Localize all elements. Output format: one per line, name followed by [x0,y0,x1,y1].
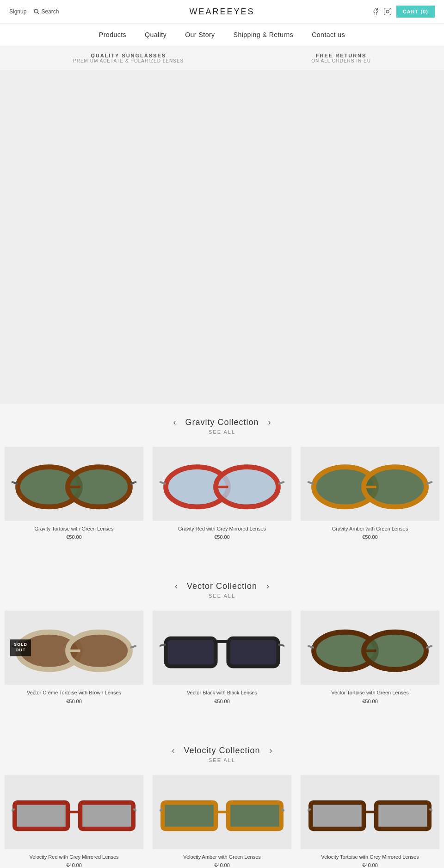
gravity-product-2-price: €50.00 [153,534,291,540]
gravity-product-1: Gravity Tortoise with Green Lenses €50.0… [0,442,148,549]
vector-product-2: Vector Black with Black Lenses €50.00 [148,606,296,713]
top-bar-right: CART (0) [371,6,435,18]
gravity-prev-arrow[interactable]: ‹ [171,418,178,427]
gravity-product-grid: Gravity Tortoise with Green Lenses €50.0… [0,442,444,549]
velocity-prev-arrow[interactable]: ‹ [170,746,176,756]
velocity-product-2-price: €40.00 [153,862,291,868]
velocity-product-3-name: Velocity Tortoise with Grey Mirrored Len… [301,854,439,861]
svg-point-0 [34,9,38,13]
vector-product-grid: SOLDOUT Vector Crème Tortoise with Brown… [0,606,444,713]
hero-image [0,70,444,404]
velocity-collection: ‹ Velocity Collection › SEE ALL [0,732,444,868]
velocity-product-1-price: €40.00 [5,862,143,868]
nav-shipping[interactable]: Shipping & Returns [234,31,294,38]
velocity-product-1-name: Velocity Red with Grey Mirrored Lenses [5,854,143,861]
vector-header: ‹ Vector Collection › [0,581,444,591]
gravity-product-3: Gravity Amber with Green Lenses €50.00 [296,442,444,549]
info-returns: FREE RETURNS ON ALL ORDERS IN EU [311,53,371,63]
velocity-product-1: Velocity Red with Grey Mirrored Lenses €… [0,770,148,868]
svg-line-38 [160,645,166,646]
gravity-product-3-price: €50.00 [301,534,439,540]
svg-rect-49 [80,803,134,829]
quality-sub: PREMIUM ACETATE & POLARIZED LENSES [73,58,184,63]
velocity-product-2-image[interactable] [153,775,291,849]
vector-product-2-image[interactable] [153,611,291,685]
instagram-icon[interactable] [383,7,392,16]
svg-line-39 [278,645,285,646]
svg-rect-47 [15,803,68,829]
gravity-product-3-image[interactable] [301,447,439,521]
vector-product-2-price: €50.00 [153,699,291,704]
velocity-amber-glasses [160,775,284,849]
velocity-header: ‹ Velocity Collection › [0,746,444,756]
vector-product-3: Vector Tortoise with Green Lenses €50.00 [296,606,444,713]
velocity-next-arrow[interactable]: › [268,746,274,756]
velocity-product-3: Velocity Tortoise with Grey Mirrored Len… [296,770,444,868]
vector-product-2-name: Vector Black with Black Lenses [153,689,291,696]
gravity-product-2: Gravity Red with Grey Mirrored Lenses €5… [148,442,296,549]
svg-point-4 [389,9,390,10]
vector-prev-arrow[interactable]: ‹ [173,581,179,591]
svg-line-1 [37,12,39,14]
velocity-product-3-price: €40.00 [301,862,439,868]
svg-rect-35 [228,638,278,667]
social-icons [371,7,392,16]
velocity-see-all[interactable]: SEE ALL [0,757,444,763]
gravity-tortoise-glasses [12,447,136,521]
velocity-product-3-image[interactable] [301,775,439,849]
gravity-next-arrow[interactable]: › [266,418,273,427]
svg-rect-56 [228,803,282,829]
gravity-product-1-image[interactable] [5,447,143,521]
velocity-red-glasses [12,775,136,849]
velocity-product-grid: Velocity Red with Grey Mirrored Lenses €… [0,770,444,868]
vector-product-1-image[interactable]: SOLDOUT [5,611,143,685]
main-nav: Products Quality Our Story Shipping & Re… [0,24,444,46]
vector-product-3-name: Vector Tortoise with Green Lenses [301,689,439,696]
returns-sub: ON ALL ORDERS IN EU [311,58,371,63]
nav-our-story[interactable]: Our Story [185,31,215,38]
svg-rect-63 [376,803,430,829]
top-bar-left: Signup Search [9,8,59,15]
site-logo[interactable]: WEAREEYES [189,7,254,17]
nav-contact[interactable]: Contact us [312,31,345,38]
cart-button[interactable]: CART (0) [396,6,435,18]
info-bar: QUALITY SUNGLASSES PREMIUM ACETATE & POL… [0,46,444,70]
gravity-product-1-name: Gravity Tortoise with Green Lenses [5,525,143,532]
facebook-icon[interactable] [371,7,380,16]
gravity-amber-glasses [308,447,432,521]
vector-see-all[interactable]: SEE ALL [0,593,444,599]
svg-rect-61 [311,803,364,829]
vector-product-1: SOLDOUT Vector Crème Tortoise with Brown… [0,606,148,713]
gravity-header: ‹ Gravity Collection › [0,418,444,427]
velocity-tortoise-glasses [308,775,432,849]
gravity-collection: ‹ Gravity Collection › SEE ALL [0,404,444,558]
gravity-title: Gravity Collection [185,418,259,427]
vector-tortoise-glasses [308,611,432,685]
returns-title: FREE RETURNS [311,53,371,58]
vector-product-1-name: Vector Crème Tortoise with Brown Lenses [5,689,143,696]
nav-quality[interactable]: Quality [145,31,166,38]
search-area[interactable]: Search [34,8,59,15]
gravity-see-all[interactable]: SEE ALL [0,429,444,435]
svg-point-3 [386,10,389,13]
vector-black-glasses [160,611,284,685]
signup-link[interactable]: Signup [9,8,26,15]
velocity-product-1-image[interactable] [5,775,143,849]
top-bar: Signup Search WEAREEYES CART (0) [0,0,444,24]
vector-product-3-image[interactable] [301,611,439,685]
vector-title: Vector Collection [187,581,257,591]
svg-rect-54 [163,803,216,829]
vector-product-3-price: €50.00 [301,699,439,704]
sold-out-badge: SOLDOUT [10,640,31,656]
search-label: Search [41,8,59,15]
velocity-product-2-name: Velocity Amber with Green Lenses [153,854,291,861]
vector-next-arrow[interactable]: › [265,581,271,591]
gravity-product-1-price: €50.00 [5,534,143,540]
quality-title: QUALITY SUNGLASSES [73,53,184,58]
info-quality: QUALITY SUNGLASSES PREMIUM ACETATE & POL… [73,53,184,63]
gravity-product-2-image[interactable] [153,447,291,521]
nav-products[interactable]: Products [99,31,126,38]
vector-product-1-price: €50.00 [5,699,143,704]
gravity-red-glasses [160,447,284,521]
gravity-product-3-name: Gravity Amber with Green Lenses [301,525,439,532]
